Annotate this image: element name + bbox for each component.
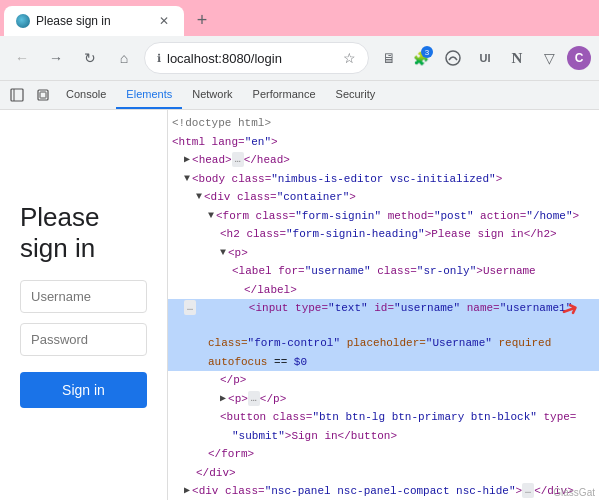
code-line: ▼ <p>	[168, 244, 599, 263]
tab-console[interactable]: Console	[56, 81, 116, 109]
login-fields	[20, 280, 147, 356]
code-line: ▼ <div class="container">	[168, 188, 599, 207]
new-tab-button[interactable]: +	[188, 6, 216, 34]
extension-badge: 3	[421, 46, 433, 58]
username-input[interactable]	[20, 280, 147, 313]
extensions-icon[interactable]: 🧩 3	[407, 44, 435, 72]
nimbus-icon[interactable]	[439, 44, 467, 72]
tab-network[interactable]: Network	[182, 81, 242, 109]
n-icon[interactable]: N	[503, 44, 531, 72]
bookmark-star-icon[interactable]: ☆	[343, 50, 356, 66]
code-line: <button class="btn btn-lg btn-primary bt…	[168, 408, 599, 427]
signin-button[interactable]: Sign in	[20, 372, 147, 408]
svg-rect-4	[40, 92, 46, 98]
reload-button[interactable]: ↻	[76, 44, 104, 72]
code-line: <label for="username" class="sr-only">Us…	[168, 262, 599, 281]
back-button[interactable]: ←	[8, 44, 36, 72]
code-line: "submit">Sign in</button>	[168, 427, 599, 446]
code-line: ▼ <body class="nimbus-is-editor vsc-init…	[168, 170, 599, 189]
login-title: Please sign in	[20, 202, 147, 264]
screen-icon[interactable]: 🖥	[375, 44, 403, 72]
security-lock-icon: ℹ	[157, 52, 161, 65]
tab-close-button[interactable]: ✕	[156, 13, 172, 29]
url-bar[interactable]: ℹ localhost:8080/login ☆	[144, 42, 369, 74]
tab-bar: Please sign in ✕ +	[0, 0, 599, 36]
highlighted-attr-line: class="form-control" placeholder="Userna…	[168, 334, 599, 353]
watermark: GlassGat	[553, 487, 595, 498]
highlighted-autofocus-line: autofocus == $0	[168, 353, 599, 372]
code-line: </p>	[168, 371, 599, 390]
url-text: localhost:8080/login	[167, 51, 337, 66]
code-line: ▶ <div class="nsc-panel nsc-panel-compac…	[168, 482, 599, 500]
highlighted-input-line: … <input type="text" id="username" name=…	[168, 299, 599, 334]
devtools-panel: <!doctype html> <html lang="en"> ▶ <head…	[168, 110, 599, 500]
main-content: Please sign in Sign in <!doctype html> <…	[0, 110, 599, 500]
code-line: </div>	[168, 464, 599, 483]
tab-security[interactable]: Security	[326, 81, 386, 109]
tab-favicon	[16, 14, 30, 28]
forward-button[interactable]: →	[42, 44, 70, 72]
toolbar-icons: 🖥 🧩 3 UI N ▽ C	[375, 44, 591, 72]
tab-elements[interactable]: Elements	[116, 81, 182, 109]
svg-point-0	[446, 51, 460, 65]
active-tab[interactable]: Please sign in ✕	[4, 6, 184, 36]
ui-icon[interactable]: UI	[471, 44, 499, 72]
funnel-icon[interactable]: ▽	[535, 44, 563, 72]
code-line: </form>	[168, 445, 599, 464]
code-area[interactable]: <!doctype html> <html lang="en"> ▶ <head…	[168, 110, 599, 500]
code-line: <html lang="en">	[168, 133, 599, 152]
profile-avatar[interactable]: C	[567, 46, 591, 70]
login-panel: Please sign in Sign in	[0, 110, 168, 500]
code-line: ▶ <head>…</head>	[168, 151, 599, 170]
code-line: <!doctype html>	[168, 114, 599, 133]
password-input[interactable]	[20, 323, 147, 356]
code-line: ▶ <p>…</p>	[168, 390, 599, 409]
svg-rect-1	[11, 89, 23, 101]
code-line: ▼ <form class="form-signin" method="post…	[168, 207, 599, 226]
address-bar: ← → ↻ ⌂ ℹ localhost:8080/login ☆ 🖥 🧩 3 U…	[0, 36, 599, 80]
code-line: </label>	[168, 281, 599, 300]
home-button[interactable]: ⌂	[110, 44, 138, 72]
tab-performance[interactable]: Performance	[243, 81, 326, 109]
devtools-cursor-icon[interactable]	[4, 81, 30, 109]
tab-title: Please sign in	[36, 14, 150, 28]
devtools-tab-bar: Console Elements Network Performance Sec…	[0, 80, 599, 110]
code-line: <h2 class="form-signin-heading">Please s…	[168, 225, 599, 244]
devtools-inspect-icon[interactable]	[30, 81, 56, 109]
